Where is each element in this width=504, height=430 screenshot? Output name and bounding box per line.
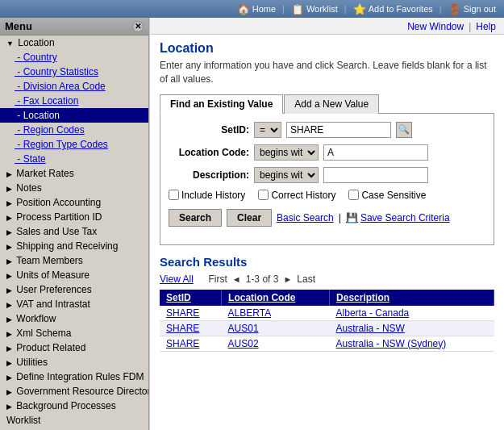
sidebar-item-worklist[interactable]: Worklist	[0, 413, 148, 428]
sidebar-item-units-of-measure[interactable]: ▶ Units of Measure	[0, 268, 148, 282]
setid-link[interactable]: SHARE	[166, 323, 199, 334]
setid-input[interactable]	[286, 122, 391, 138]
description-link[interactable]: Alberta - Canada	[336, 307, 410, 319]
description-link[interactable]: Australia - NSW (Sydney)	[336, 338, 447, 349]
location-operator-select[interactable]: begins with = contains	[254, 144, 319, 161]
expand-icon: ▶	[6, 286, 12, 294]
location-code-link[interactable]: AUS01	[228, 323, 259, 334]
sidebar-item-location-group[interactable]: ▼ Location	[0, 35, 148, 50]
setid-operator-select[interactable]: =	[254, 122, 281, 138]
worklist-nav-item[interactable]: 📋 Worklist	[288, 2, 341, 16]
sidebar-item-workflow[interactable]: ▶ Workflow	[0, 311, 148, 326]
correct-history-label[interactable]: Correct History	[258, 190, 335, 201]
clear-button[interactable]: Clear	[227, 209, 272, 227]
sign-out-nav-item[interactable]: 🚪 Sign out	[445, 2, 499, 16]
basic-search-link[interactable]: Basic Search	[277, 212, 334, 223]
sidebar-item-position-accounting[interactable]: ▶ Position Accounting	[0, 195, 148, 210]
col-location-code[interactable]: Location Code	[222, 290, 330, 306]
sidebar-item-fax-location[interactable]: - Fax Location	[0, 94, 148, 108]
cell-setid: SHARE	[160, 306, 222, 321]
sidebar-scroll[interactable]: ▼ Location - Country - Country Statistic…	[0, 35, 148, 430]
expand-icon: ▶	[6, 257, 12, 265]
tabs: Find an Existing Value Add a New Value	[160, 94, 494, 114]
expand-icon: ▶	[6, 315, 12, 324]
location-code-row: Location Code: begins with = contains	[169, 144, 485, 161]
expand-icon: ▶	[6, 330, 12, 338]
view-all-link[interactable]: View All	[160, 273, 194, 285]
sidebar-item-team-members[interactable]: ▶ Team Members	[0, 253, 148, 268]
location-code-label: Location Code:	[169, 147, 249, 158]
sidebar-item-shipping-receiving[interactable]: ▶ Shipping and Receiving	[0, 239, 148, 253]
sidebar-item-utilities[interactable]: ▶ Utilities	[0, 355, 148, 369]
sidebar-close-button[interactable]: ✕	[132, 21, 144, 32]
new-window-link[interactable]: New Window	[407, 21, 464, 32]
sidebar-item-notes[interactable]: ▶ Notes	[0, 181, 148, 195]
save-search-criteria-link[interactable]: 💾 Save Search Criteria	[346, 212, 450, 223]
sidebar-item-region-type-codes[interactable]: - Region Type Codes	[0, 137, 148, 152]
sidebar-item-product-related[interactable]: ▶ Product Related	[0, 340, 148, 355]
cell-location-code: AUS01	[222, 320, 330, 336]
expand-icon: ▶	[6, 214, 12, 222]
include-history-checkbox[interactable]	[169, 190, 179, 200]
col-description[interactable]: Description	[330, 290, 494, 306]
top-navbar: 🏠 Home | 📋 Worklist | ⭐ Add to Favorites…	[0, 0, 504, 18]
tab-content: SetID: = 🔍 Location Code: begins with = …	[160, 113, 494, 245]
setid-link[interactable]: SHARE	[166, 307, 199, 319]
disk-icon: 💾	[346, 212, 358, 223]
sidebar-item-user-preferences[interactable]: ▶ User Preferences	[0, 282, 148, 297]
sidebar-item-state[interactable]: - State	[0, 152, 148, 166]
location-code-input[interactable]	[323, 144, 428, 161]
setid-row: SetID: = 🔍	[169, 122, 485, 138]
sidebar-item-govt-resource[interactable]: ▶ Government Resource Directory	[0, 384, 148, 399]
expand-icon: ▶	[6, 359, 12, 367]
expand-icon: ▶	[6, 301, 12, 309]
location-code-link[interactable]: AUS02	[228, 338, 259, 349]
cell-setid: SHARE	[160, 320, 222, 336]
setid-link[interactable]: SHARE	[166, 338, 199, 349]
search-button[interactable]: Search	[169, 209, 222, 227]
description-input[interactable]	[323, 167, 428, 183]
table-row: SHARE ALBERTA Alberta - Canada	[160, 306, 494, 321]
correct-history-checkbox[interactable]	[258, 190, 269, 200]
sidebar-item-market-rates[interactable]: ▶ Market Rates	[0, 166, 148, 181]
expand-icon: ▶	[6, 199, 12, 207]
sidebar-item-country[interactable]: - Country	[0, 50, 148, 65]
next-arrow-icon[interactable]: ►	[283, 274, 292, 284]
col-setid[interactable]: SetID	[160, 290, 222, 306]
sidebar-item-location[interactable]: - Location	[0, 108, 148, 123]
sidebar-item-xml-schema[interactable]: ▶ Xml Schema	[0, 326, 148, 340]
include-history-label[interactable]: Include History	[169, 190, 245, 201]
description-link[interactable]: Australia - NSW	[336, 323, 405, 334]
favorites-icon: ⭐	[353, 3, 366, 15]
sidebar-item-background-processes[interactable]: ▶ Background Processes	[0, 399, 148, 413]
buttons-row: Search Clear Basic Search | 💾 Save Searc…	[169, 209, 485, 227]
results-table: SetID Location Code Description SHARE AL…	[160, 290, 494, 352]
setid-search-icon-button[interactable]: 🔍	[396, 122, 412, 138]
cell-location-code: AUS02	[222, 336, 330, 351]
sidebar-item-division-area-code[interactable]: - Division Area Code	[0, 79, 148, 94]
expand-icon: ▶	[6, 403, 12, 411]
add-favorites-nav-item[interactable]: ⭐ Add to Favorites	[350, 2, 436, 16]
cell-description: Australia - NSW (Sydney)	[330, 336, 494, 351]
location-code-link[interactable]: ALBERTA	[228, 307, 272, 319]
sidebar-item-process-partition-id[interactable]: ▶ Process Partition ID	[0, 210, 148, 224]
page-description: Enter any information you have and click…	[160, 59, 494, 86]
worklist-icon: 📋	[291, 3, 304, 15]
home-nav-item[interactable]: 🏠 Home	[234, 2, 279, 16]
description-operator-select[interactable]: begins with = contains	[254, 167, 319, 183]
tab-add-new[interactable]: Add a New Value	[284, 94, 379, 114]
help-link[interactable]: Help	[476, 21, 496, 32]
sidebar-item-sales-use-tax[interactable]: ▶ Sales and Use Tax	[0, 224, 148, 239]
prev-arrow-icon[interactable]: ◄	[232, 274, 241, 284]
sidebar-item-vat-intrastat[interactable]: ▶ VAT and Intrastat	[0, 297, 148, 311]
case-sensitive-checkbox[interactable]	[348, 190, 359, 200]
expand-icon: ▶	[6, 272, 12, 280]
sidebar-item-region-codes[interactable]: - Region Codes	[0, 123, 148, 137]
sidebar-item-country-statistics[interactable]: - Country Statistics	[0, 65, 148, 79]
tab-find-existing[interactable]: Find an Existing Value	[160, 94, 283, 114]
table-header-row: SetID Location Code Description	[160, 290, 494, 306]
sidebar-item-define-integration[interactable]: ▶ Define Integration Rules FDM	[0, 369, 148, 384]
cell-description: Australia - NSW	[330, 320, 494, 336]
case-sensitive-label[interactable]: Case Sensitive	[348, 190, 426, 201]
setid-label: SetID:	[169, 124, 249, 136]
